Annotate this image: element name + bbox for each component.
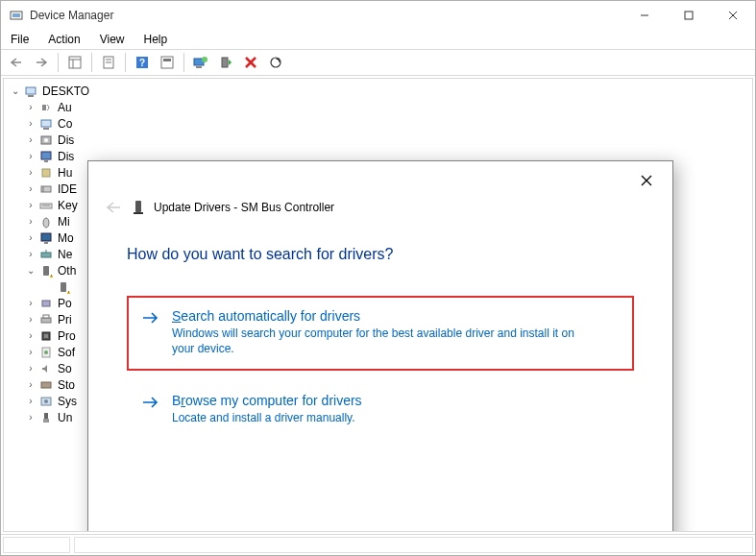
expand-icon[interactable]: › (25, 216, 37, 227)
expand-icon[interactable]: ⌄ (25, 265, 37, 276)
svg-rect-23 (26, 87, 36, 94)
dialog-title: Update Drivers - SM Bus Controller (154, 201, 334, 214)
option1-title: Search automatically for drivers (172, 308, 585, 324)
expand-icon[interactable]: › (25, 134, 37, 145)
tree-item-label: Key (58, 199, 78, 212)
tree-item-label: So (58, 362, 72, 375)
close-button[interactable] (711, 1, 755, 30)
show-hide-tree-button[interactable] (63, 52, 86, 73)
search-automatically-option[interactable]: Search automatically for drivers Windows… (127, 296, 634, 371)
expand-icon[interactable]: › (25, 347, 37, 357)
svg-rect-62 (135, 201, 141, 212)
option2-title: Browse my computer for drivers (172, 393, 362, 408)
expand-icon[interactable]: › (25, 200, 37, 210)
tree-item[interactable]: ›Co (4, 115, 752, 132)
network-icon (38, 247, 54, 262)
tree-item-label: Mo (58, 231, 74, 245)
svg-rect-63 (134, 212, 143, 214)
storage-icon (38, 377, 54, 393)
svg-rect-14 (161, 57, 173, 68)
action-button[interactable] (156, 52, 179, 73)
svg-rect-59 (43, 419, 49, 423)
svg-text:!: ! (68, 290, 69, 294)
maximize-button[interactable] (667, 1, 711, 30)
svg-rect-49 (41, 318, 51, 323)
svg-rect-32 (42, 169, 50, 177)
nav-back-button[interactable] (5, 52, 28, 73)
tree-root[interactable]: ⌄ DESKTO (4, 83, 752, 99)
svg-rect-17 (196, 66, 202, 68)
menu-view[interactable]: View (96, 31, 129, 48)
tree-item-label: Ne (58, 248, 72, 261)
tree-item-label: Sto (58, 378, 75, 392)
expand-icon[interactable]: › (25, 249, 37, 259)
expand-icon[interactable]: › (25, 412, 37, 423)
uninstall-device-button[interactable] (239, 52, 262, 73)
update-driver-button[interactable] (189, 52, 212, 73)
expand-icon[interactable]: › (25, 330, 37, 341)
browse-computer-option[interactable]: Browse my computer for drivers Locate an… (127, 380, 634, 440)
dialog-close-button[interactable] (632, 169, 661, 192)
menu-action[interactable]: Action (44, 31, 84, 48)
expand-icon[interactable]: › (25, 363, 37, 374)
usb-icon (38, 410, 54, 425)
toolbar: ? (1, 49, 755, 76)
tree-item-label: Co (58, 117, 72, 131)
svg-point-57 (44, 399, 48, 403)
expand-icon[interactable]: › (25, 314, 37, 325)
svg-rect-42 (43, 266, 49, 276)
tree-item[interactable]: ›Dis (4, 132, 752, 148)
svg-rect-27 (43, 128, 49, 130)
nav-forward-button[interactable] (30, 52, 53, 73)
other-icon: ! (38, 263, 54, 278)
svg-rect-25 (42, 105, 46, 110)
tree-item-label: Sys (58, 395, 77, 408)
dialog-back-button[interactable] (102, 196, 125, 219)
expand-icon[interactable]: › (25, 379, 37, 390)
expand-icon[interactable]: › (25, 232, 37, 243)
expand-icon[interactable]: › (25, 167, 37, 178)
expand-icon[interactable]: › (25, 118, 37, 129)
menu-help[interactable]: Help (140, 31, 172, 48)
expand-icon[interactable]: › (25, 102, 37, 112)
svg-rect-19 (222, 58, 228, 67)
option1-desc: Windows will search your computer for th… (172, 326, 585, 356)
enable-device-button[interactable] (214, 52, 237, 73)
update-drivers-dialog: Update Drivers - SM Bus Controller How d… (87, 160, 673, 532)
software-icon (38, 345, 54, 360)
help-button[interactable]: ? (131, 52, 154, 73)
other-child-icon: ! (56, 279, 71, 295)
tree-item[interactable]: ›Au (4, 99, 752, 115)
tree-item-label: Hu (58, 166, 72, 180)
titlebar: Device Manager (1, 1, 755, 30)
tree-item-label: Sof (58, 346, 75, 359)
expand-icon[interactable]: › (25, 298, 37, 308)
tree-item-label: Dis (58, 133, 74, 147)
svg-rect-1 (12, 13, 20, 17)
window-title: Device Manager (30, 9, 113, 22)
computer-icon (38, 116, 54, 132)
option2-desc: Locate and install a driver manually. (172, 410, 362, 425)
expand-icon[interactable]: › (25, 151, 37, 161)
tree-item-label: Pro (58, 329, 76, 343)
svg-rect-39 (44, 242, 48, 244)
hid-icon (38, 165, 54, 181)
scan-hardware-button[interactable] (264, 52, 287, 73)
tree-item-label: IDE (58, 182, 77, 196)
svg-point-37 (43, 218, 49, 228)
audio-icon (38, 100, 54, 115)
tree-item-label: Pri (58, 313, 72, 326)
menu-file[interactable]: File (7, 31, 33, 48)
collapse-icon[interactable]: ⌄ (10, 85, 21, 96)
svg-rect-30 (41, 152, 51, 159)
svg-rect-15 (163, 59, 171, 61)
properties-button[interactable] (97, 52, 120, 73)
device-manager-window: Device Manager File Action View Help ? (0, 0, 756, 556)
expand-icon[interactable]: › (25, 183, 37, 194)
svg-text:!: ! (51, 274, 52, 278)
expand-icon[interactable]: › (25, 396, 37, 406)
sound-icon (38, 361, 54, 376)
tree-item-label: Un (58, 411, 72, 424)
minimize-button[interactable] (622, 1, 667, 30)
keyboard-icon (38, 198, 54, 213)
